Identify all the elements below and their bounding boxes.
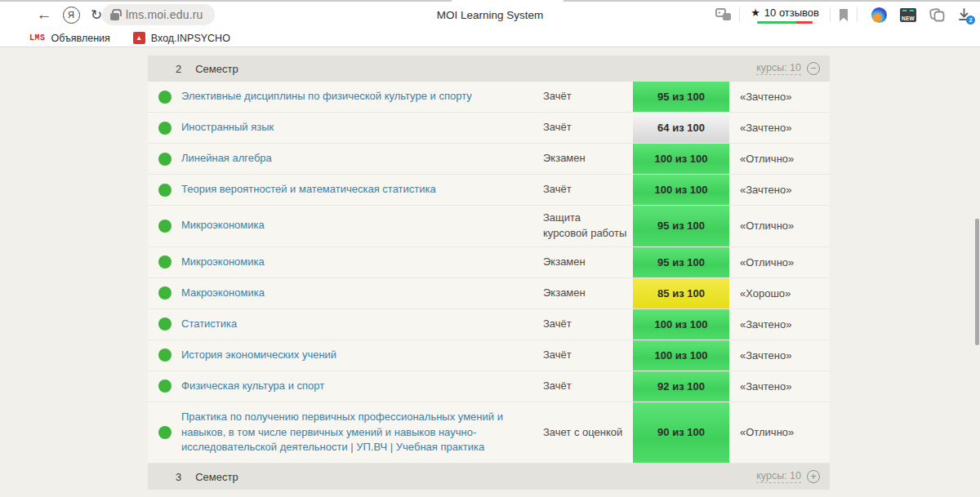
status-dot-icon — [158, 286, 172, 300]
course-row: Теория вероятностей и математическая ста… — [148, 175, 830, 206]
bookmark-label: Объявления — [51, 33, 110, 44]
course-link[interactable]: Микроэкономика — [181, 211, 543, 241]
expand-icon[interactable]: + — [807, 470, 820, 483]
exam-type-label: Зачет с оценкой — [543, 420, 633, 446]
new-badge-label: NEW — [902, 16, 915, 22]
status-dot-icon — [158, 317, 172, 331]
bookmark-label: Вход.INPSYCHO — [151, 33, 230, 44]
course-link[interactable]: Статистика — [181, 309, 543, 339]
course-row: Иностранный языкЗачёт64 из 100«Зачтено» — [148, 113, 830, 144]
score-badge: 90 из 100 — [633, 402, 729, 464]
status-dot-icon — [158, 91, 172, 104]
status-dot-cell — [148, 348, 181, 362]
status-dot-icon — [158, 122, 172, 135]
courses-count-label: курсы: 10 — [756, 470, 801, 483]
semester-section-header: 3Семестркурсы: 10+ — [148, 464, 830, 490]
semester-title: Семестр — [195, 471, 238, 483]
score-badge: 85 из 100 — [633, 278, 729, 308]
exam-type-label: Зачёт — [543, 312, 633, 337]
course-link[interactable]: История экономических учений — [181, 340, 543, 371]
rating-bar-negative — [796, 21, 813, 24]
status-dot-icon — [158, 255, 172, 268]
bookmark-item-inpsycho[interactable]: ▲ Вход.INPSYCHO — [133, 32, 230, 44]
inpsycho-favicon: ▲ — [133, 32, 145, 44]
toolbar-divider — [857, 7, 858, 22]
browser-toolbar: ← Я ↻ lms.moi.edu.ru MOI Learning System… — [0, 0, 980, 29]
bookmarks-bar: LMS Объявления ▲ Вход.INPSYCHO — [0, 29, 980, 47]
course-link[interactable]: Иностранный язык — [181, 113, 543, 143]
status-dot-cell — [148, 122, 181, 135]
score-badge: 100 из 100 — [633, 144, 729, 174]
rating-bar — [757, 21, 813, 24]
courses-toggle[interactable]: курсы: 10− — [756, 62, 820, 75]
courses-toggle[interactable]: курсы: 10+ — [756, 470, 820, 483]
status-dot-cell — [148, 153, 181, 166]
browser-extension-icon[interactable] — [871, 7, 887, 23]
status-dot-icon — [158, 153, 172, 166]
exam-type-label: Зачёт — [543, 374, 633, 399]
vertical-scrollbar[interactable] — [975, 219, 979, 345]
collapse-icon[interactable]: − — [807, 62, 820, 75]
score-badge: 100 из 100 — [633, 340, 729, 371]
course-row: История экономических ученийЗачёт100 из … — [148, 340, 830, 371]
semester-section-header: 2Семестркурсы: 10− — [148, 55, 830, 82]
toolbar-divider — [739, 7, 740, 22]
toolbar-right-icons: ★ 10 отзывов NEW — [715, 0, 975, 29]
course-link[interactable]: Теория вероятностей и математическая ста… — [181, 175, 543, 205]
course-row: Физическая культура и спортЗачёт92 из 10… — [148, 371, 830, 402]
yandex-button[interactable]: Я — [60, 0, 82, 29]
status-dot-cell — [148, 379, 181, 393]
course-link[interactable]: Макроэкономика — [181, 278, 543, 308]
exam-type-label: Зачёт — [543, 343, 633, 368]
score-badge: 100 из 100 — [633, 175, 729, 205]
course-link[interactable]: Линейная алгебра — [181, 144, 543, 174]
sidebar-panels-icon[interactable] — [715, 7, 732, 22]
rating-bar-positive — [757, 21, 796, 24]
grade-text: «Зачтено» — [729, 349, 830, 362]
course-link[interactable]: Практика по получению первичных професси… — [181, 402, 543, 464]
score-badge: 64 из 100 — [633, 113, 729, 143]
grade-text: «Зачтено» — [729, 380, 830, 393]
grade-text: «Отлично» — [729, 426, 830, 438]
course-link[interactable]: Элективные дисциплины по физической куль… — [181, 82, 543, 112]
downloads-count-badge: 2 — [966, 16, 975, 24]
course-row: Линейная алгебраЭкзамен100 из 100«Отличн… — [148, 144, 830, 175]
status-dot-cell — [148, 317, 181, 331]
address-bar[interactable]: lms.moi.edu.ru — [102, 4, 215, 25]
course-row: Элективные дисциплины по физической куль… — [148, 82, 830, 113]
bookmark-icon[interactable] — [838, 8, 849, 22]
exam-type-label: Экзамен — [543, 250, 633, 275]
status-dot-icon — [158, 379, 172, 393]
exam-type-label: Зачёт — [543, 84, 633, 109]
status-dot-cell — [148, 286, 181, 300]
course-link[interactable]: Физическая культура и спорт — [181, 371, 543, 402]
status-dot-cell — [148, 91, 181, 104]
downloads-button[interactable]: 2 — [958, 8, 970, 21]
exam-type-label: Защита курсовой работы — [543, 206, 633, 246]
collections-icon[interactable] — [929, 8, 945, 22]
new-extension-icon[interactable]: NEW — [900, 8, 916, 22]
score-badge: 92 из 100 — [633, 371, 729, 402]
grade-text: «Отлично» — [729, 220, 830, 232]
star-icon: ★ — [751, 7, 760, 19]
bookmark-item-announcements[interactable]: LMS Объявления — [29, 33, 110, 44]
grade-text: «Зачтено» — [729, 184, 830, 196]
grade-text: «Зачтено» — [729, 91, 830, 103]
course-link[interactable]: Микроэкономика — [181, 247, 543, 277]
status-dot-cell — [148, 220, 181, 233]
course-row: МакроэкономикаЭкзамен85 из 100«Хорошо» — [148, 278, 830, 309]
back-button[interactable]: ← — [33, 0, 56, 29]
exam-type-label: Зачёт — [543, 177, 633, 202]
site-reviews-button[interactable]: ★ 10 отзывов — [751, 7, 819, 24]
status-dot-cell — [148, 255, 181, 268]
status-dot-icon — [158, 348, 172, 362]
courses-count-label: курсы: 10 — [756, 62, 801, 75]
grade-text: «Отлично» — [729, 256, 830, 268]
status-dot-icon — [158, 220, 172, 233]
course-row: МикроэкономикаЭкзамен95 из 100«Отлично» — [148, 247, 830, 278]
reviews-count-label: 10 отзывов — [764, 7, 819, 19]
url-text: lms.moi.edu.ru — [126, 8, 203, 21]
semester-number: 2 — [176, 63, 181, 75]
grade-text: «Хорошо» — [729, 287, 830, 300]
exam-type-label: Экзамен — [543, 146, 633, 171]
